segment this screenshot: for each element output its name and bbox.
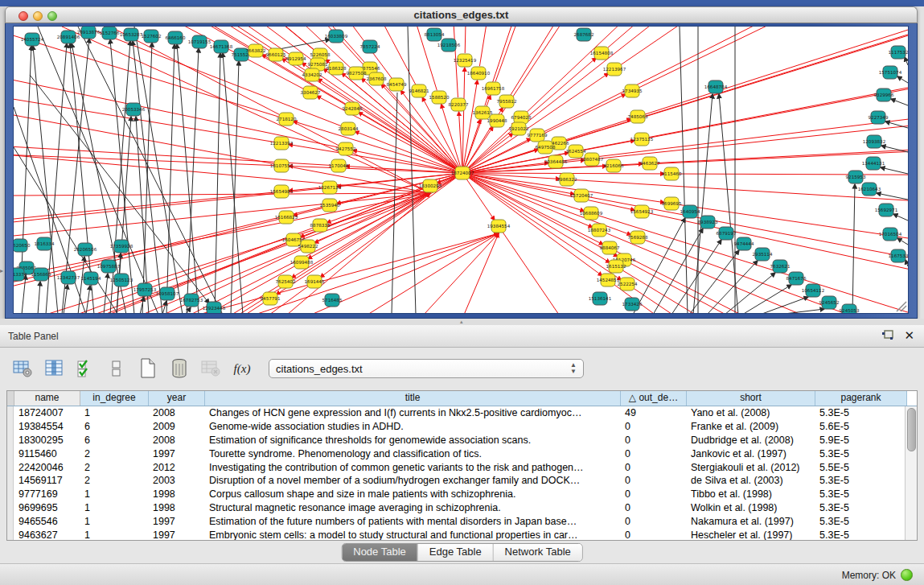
- graph-node[interactable]: 18807243: [588, 224, 611, 237]
- table-cell[interactable]: 1: [80, 515, 148, 529]
- graph-node[interactable]: 5498222: [298, 240, 318, 253]
- table-cell[interactable]: 5.3E-5: [815, 515, 906, 529]
- table-cell[interactable]: Changes of HCN gene expression and I(f) …: [204, 406, 620, 420]
- graph-node[interactable]: 5716485: [322, 294, 343, 307]
- graph-node[interactable]: 2986322: [557, 173, 577, 186]
- graph-edge[interactable]: [891, 99, 908, 105]
- graph-edge[interactable]: [606, 233, 908, 313]
- table-cell[interactable]: Structural magnetic resonance image aver…: [204, 501, 620, 515]
- table-row[interactable]: 911546021997Tourette syndrome. Phenomeno…: [7, 447, 917, 461]
- graph-node[interactable]: 10654112: [802, 284, 824, 297]
- graph-node[interactable]: 16782753: [180, 294, 203, 307]
- table-cell[interactable]: 5.6E-5: [815, 420, 906, 434]
- table-cell[interactable]: 0: [620, 447, 686, 461]
- table-cell[interactable]: 0: [620, 501, 686, 515]
- graph-edge[interactable]: [104, 274, 108, 313]
- graph-node[interactable]: 20913876: [77, 27, 101, 39]
- gutter-collapse-icon[interactable]: ▸: [0, 267, 3, 274]
- table-cell[interactable]: 1997: [148, 515, 204, 529]
- table-cell[interactable]: Tourette syndrome. Phenomenology and cla…: [204, 447, 620, 461]
- graph-node[interactable]: 9427552: [336, 142, 356, 155]
- table-cell[interactable]: Estimation of significance thresholds fo…: [204, 434, 620, 447]
- table-cell[interactable]: 5.9E-5: [815, 434, 906, 447]
- graph-node[interactable]: 9146821: [409, 84, 429, 97]
- table-cell[interactable]: 2: [80, 461, 148, 475]
- window-titlebar[interactable]: citations_edges.txt: [5, 6, 918, 23]
- graph-node[interactable]: 1615132: [606, 260, 626, 273]
- graph-node[interactable]: 9245053: [840, 304, 860, 313]
- tab-node-table[interactable]: Node Table: [342, 544, 418, 561]
- table-cell[interactable]: 19384554: [14, 420, 80, 434]
- memory-ok-icon[interactable]: [901, 569, 913, 581]
- table-cell[interactable]: 6: [80, 420, 148, 434]
- graph-edge[interactable]: [906, 260, 908, 266]
- graph-node[interactable]: 10975887: [97, 260, 121, 273]
- graph-node[interactable]: 6216066: [604, 159, 624, 172]
- column-header-in_degree[interactable]: in_degree: [80, 391, 149, 406]
- show-columns-icon[interactable]: [43, 357, 65, 380]
- graph-node[interactable]: 2803144: [339, 122, 359, 135]
- table-cell[interactable]: 2008: [148, 406, 204, 420]
- panel-splitter[interactable]: ▴: [0, 319, 924, 325]
- graph-edge[interactable]: [462, 80, 478, 173]
- table-cell[interactable]: 1997: [148, 447, 204, 461]
- table-row[interactable]: 1830029562008Estimation of significance …: [7, 434, 917, 447]
- table-row[interactable]: 969969511998Structural magnetic resonanc…: [7, 501, 917, 515]
- table-cell[interactable]: Franke et al. (2009): [686, 420, 815, 434]
- table-cell[interactable]: 0: [620, 488, 686, 501]
- table-cell[interactable]: Tibbo et al. (1998): [686, 488, 815, 501]
- graph-node[interactable]: 4334202: [302, 68, 322, 81]
- graph-edge[interactable]: [162, 301, 166, 313]
- column-header-pagerank[interactable]: pagerank: [815, 391, 907, 406]
- table-row[interactable]: 2242004622012Investigating the contribut…: [7, 461, 917, 475]
- column-header-out_de[interactable]: △ out_de…: [621, 391, 687, 406]
- table-cell[interactable]: 6: [80, 434, 148, 447]
- graph-node[interactable]: 1535940: [320, 199, 340, 212]
- graph-edge[interactable]: [177, 44, 199, 313]
- graph-node[interactable]: 7663822: [246, 44, 266, 57]
- graph-node[interactable]: 7857224: [360, 40, 380, 53]
- graph-edge[interactable]: [893, 214, 908, 220]
- graph-node[interactable]: 2935114: [753, 248, 773, 261]
- select-all-icon[interactable]: [74, 357, 97, 380]
- graph-node[interactable]: 9463627: [640, 157, 660, 170]
- table-cell[interactable]: 9115460: [14, 447, 80, 461]
- graph-edge[interactable]: [479, 27, 555, 66]
- resize-grip-icon[interactable]: [897, 302, 906, 311]
- graph-node[interactable]: 6466160: [166, 31, 186, 44]
- graph-node[interactable]: 16033809: [325, 30, 348, 43]
- table-cell[interactable]: 2008: [148, 434, 204, 447]
- column-header-name[interactable]: name: [14, 391, 80, 406]
- new-table-icon[interactable]: [137, 357, 159, 380]
- graph-node[interactable]: 1990448: [487, 114, 507, 127]
- table-tabbar[interactable]: Node TableEdge TableNetwork Table: [341, 543, 583, 562]
- graph-edge[interactable]: [742, 285, 791, 313]
- citation-graph[interactable]: 1405572420891406209138761152766106532871…: [14, 27, 908, 313]
- table-cell[interactable]: 1: [80, 529, 148, 540]
- table-cell[interactable]: 5.3E-5: [815, 447, 906, 461]
- table-cell[interactable]: 5.3E-5: [815, 474, 906, 488]
- graph-edge[interactable]: [707, 261, 758, 313]
- table-cell[interactable]: 22420046: [14, 461, 80, 475]
- graph-node[interactable]: 3624554: [566, 145, 586, 158]
- graph-edge[interactable]: [22, 275, 26, 313]
- graph-edge[interactable]: [852, 184, 855, 313]
- table-cell[interactable]: 14569117: [14, 474, 80, 488]
- graph-edge[interactable]: [38, 27, 158, 313]
- graph-node[interactable]: 17957253: [133, 283, 157, 296]
- table-cell[interactable]: 0: [620, 529, 686, 540]
- table-cell[interactable]: 1997: [148, 529, 204, 540]
- table-cell[interactable]: 2009: [148, 420, 204, 434]
- graph-node[interactable]: 7625402: [276, 275, 296, 288]
- table-body[interactable]: 1872400712008Changes of HCN gene express…: [7, 406, 917, 540]
- table-mode-icon[interactable]: [11, 357, 34, 380]
- table-cell[interactable]: 0: [620, 420, 686, 434]
- splitter-grip-icon[interactable]: ▴: [460, 319, 463, 325]
- graph-node[interactable]: 9245652: [819, 296, 840, 309]
- close-icon[interactable]: ✕: [904, 329, 914, 342]
- table-cell[interactable]: 5.3E-5: [815, 529, 906, 540]
- graph-edge[interactable]: [544, 27, 908, 132]
- table-header-row[interactable]: namein_degreeyeartitle△ out_de…shortpage…: [7, 391, 917, 406]
- table-cell[interactable]: 18300295: [14, 434, 80, 447]
- table-cell[interactable]: Wolkin et al. (1998): [686, 501, 815, 515]
